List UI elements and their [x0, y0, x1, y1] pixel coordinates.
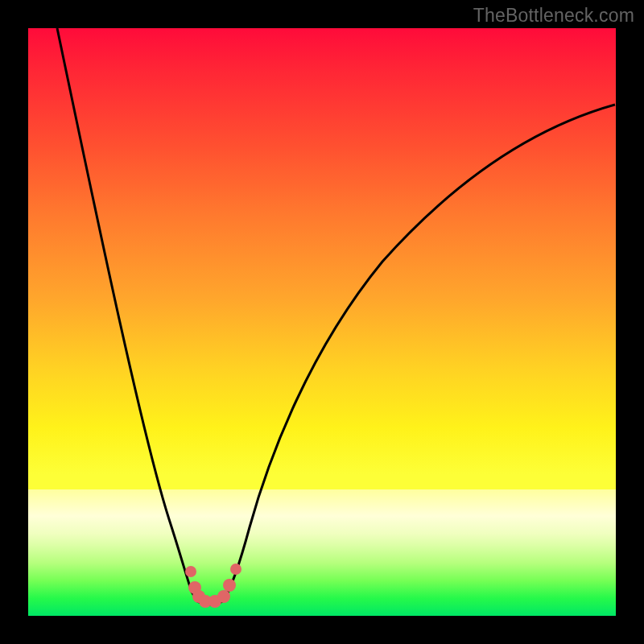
scatter-dot — [185, 566, 196, 577]
scatter-dot — [230, 564, 242, 575]
scatter-dot — [223, 579, 236, 592]
scatter-dot — [217, 590, 230, 603]
chart-plot-area — [28, 28, 616, 616]
curve-right — [223, 105, 615, 601]
bottleneck-curve — [28, 28, 616, 616]
chart-frame: TheBottleneck.com — [0, 0, 644, 644]
watermark-text: TheBottleneck.com — [473, 5, 634, 27]
curve-left — [57, 28, 197, 601]
